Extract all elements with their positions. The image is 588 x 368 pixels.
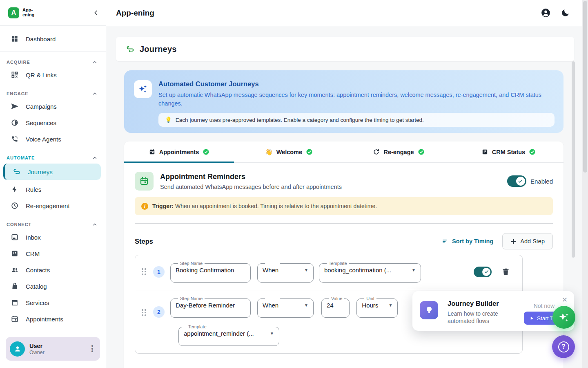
sidebar-header: A App- ening bbox=[0, 0, 106, 26]
journey-tabs: Appointments 👋 Welcome Re-engage CRM Sta… bbox=[124, 141, 564, 163]
sidebar-item-dashboard[interactable]: Dashboard bbox=[0, 31, 106, 47]
sidebar-item-label: Services bbox=[26, 299, 49, 306]
field-label: Step Name bbox=[178, 296, 205, 301]
inbox-icon bbox=[11, 233, 19, 241]
template-select[interactable]: appointment_reminder (... ▼ bbox=[184, 329, 274, 337]
sidebar-item-sequences[interactable]: Sequences bbox=[0, 114, 106, 131]
sidebar-item-inbox[interactable]: Inbox bbox=[0, 229, 106, 245]
person-icon bbox=[13, 344, 22, 353]
toggle-thumb bbox=[516, 177, 525, 186]
field-label: Template bbox=[186, 324, 209, 329]
sidebar-item-contacts[interactable]: Contacts bbox=[0, 262, 106, 278]
tab-label: Appointments bbox=[159, 149, 199, 155]
step-row-1: 1 Step Name When ▼ bbox=[135, 255, 522, 290]
step-name-input[interactable] bbox=[176, 266, 245, 274]
sidebar-item-re-engagement[interactable]: Re-engagement bbox=[0, 197, 106, 214]
user-menu-button[interactable]: ••• bbox=[89, 345, 96, 353]
tab-crm-status[interactable]: CRM Status bbox=[454, 141, 564, 162]
when-field: When ▼ bbox=[257, 296, 314, 318]
check-circle-icon bbox=[306, 148, 313, 155]
select-value: When bbox=[263, 302, 278, 309]
template-select[interactable]: booking_confirmation (... ▼ bbox=[324, 266, 416, 274]
sidebar-item-campaigns[interactable]: Campaigns bbox=[0, 98, 106, 114]
phone-icon bbox=[11, 135, 19, 143]
sidebar-section-engage[interactable]: ENGAGE bbox=[0, 89, 106, 98]
template-field: Template appointment_reminder (... ▼ bbox=[178, 324, 279, 346]
check-icon bbox=[484, 269, 489, 274]
sidebar-item-catalog[interactable]: Catalog bbox=[0, 278, 106, 294]
page-scrollbar[interactable] bbox=[582, 0, 588, 368]
close-icon[interactable]: ✕ bbox=[562, 296, 568, 303]
moon-icon bbox=[561, 8, 570, 18]
section-label: ENGAGE bbox=[7, 91, 29, 96]
contrast-circle-icon bbox=[11, 119, 19, 127]
step-toggle[interactable] bbox=[474, 267, 492, 277]
tab-appointments[interactable]: Appointments bbox=[124, 141, 234, 162]
chevron-up-icon bbox=[92, 91, 98, 96]
tab-welcome[interactable]: 👋 Welcome bbox=[234, 141, 344, 162]
section-label: AUTOMATE bbox=[7, 155, 35, 160]
scrollbar-thumb[interactable] bbox=[583, 1, 587, 173]
brand-initial: A bbox=[11, 9, 16, 16]
help-fab[interactable]: ? bbox=[552, 335, 575, 358]
when-select[interactable]: When ▼ bbox=[263, 301, 308, 309]
chevron-up-icon bbox=[92, 155, 98, 161]
value-field: Value bbox=[321, 296, 350, 318]
add-step-button[interactable]: Add Step bbox=[502, 233, 553, 249]
section-label: ACQUIRE bbox=[7, 60, 30, 65]
trigger-banner: i Trigger: When an appointment is booked… bbox=[135, 197, 553, 215]
sidebar-section-automate[interactable]: AUTOMATE bbox=[0, 153, 106, 162]
field-label: Step Name bbox=[178, 261, 205, 266]
account-button[interactable] bbox=[541, 8, 551, 18]
when-select[interactable]: When ▼ bbox=[263, 266, 308, 274]
caret-down-icon: ▼ bbox=[304, 303, 308, 307]
toggle-thumb bbox=[482, 268, 490, 276]
storefront-icon bbox=[11, 298, 19, 307]
chevron-up-icon bbox=[92, 222, 98, 227]
trash-icon[interactable] bbox=[501, 267, 510, 276]
tab-re-engage[interactable]: Re-engage bbox=[344, 141, 454, 162]
unit-select[interactable]: Hours ▼ bbox=[362, 301, 392, 309]
ai-assistant-fab[interactable] bbox=[552, 306, 575, 329]
sidebar-item-voice-agents[interactable]: Voice Agents bbox=[0, 131, 106, 147]
sidebar-item-label: Voice Agents bbox=[26, 136, 61, 143]
toast-dismiss-button[interactable]: Not now bbox=[534, 303, 555, 309]
caret-down-icon: ▼ bbox=[412, 268, 416, 272]
sidebar-item-services[interactable]: Services bbox=[0, 294, 106, 311]
sidebar-section-acquire[interactable]: ACQUIRE bbox=[0, 58, 106, 67]
sidebar-section-connect[interactable]: CONNECT bbox=[0, 220, 106, 229]
trigger-label: Trigger: bbox=[152, 203, 174, 209]
send-icon bbox=[11, 102, 19, 110]
sidebar-item-rules[interactable]: Rules bbox=[0, 181, 106, 197]
brand-logo: A bbox=[8, 7, 19, 18]
select-value: appointment_reminder (... bbox=[184, 330, 254, 337]
drag-handle-icon[interactable] bbox=[142, 309, 147, 316]
qr-code-icon bbox=[11, 71, 19, 79]
dark-mode-toggle[interactable] bbox=[561, 8, 570, 18]
user-name: User bbox=[29, 343, 45, 349]
sort-by-timing-button[interactable]: Sort by Timing bbox=[442, 238, 493, 245]
enabled-toggle[interactable] bbox=[507, 175, 526, 187]
calendar-icon bbox=[11, 315, 19, 323]
lightbulb-badge bbox=[420, 301, 438, 319]
banner-title: Automated Customer Journeys bbox=[158, 80, 555, 88]
page-header: Journeys bbox=[116, 37, 574, 61]
sidebar-item-journeys[interactable]: Journeys bbox=[3, 164, 101, 180]
account-circle-icon bbox=[541, 8, 551, 18]
sidebar-item-appointments[interactable]: Appointments bbox=[0, 311, 106, 327]
sidebar-item-qr-links[interactable]: QR & Links bbox=[0, 67, 106, 83]
section-label: CONNECT bbox=[7, 222, 31, 227]
tab-label: CRM Status bbox=[492, 149, 525, 155]
step-name-input[interactable] bbox=[176, 301, 245, 309]
user-meta: User Owner bbox=[29, 343, 45, 355]
value-input[interactable] bbox=[327, 301, 344, 309]
check-circle-icon bbox=[529, 148, 536, 155]
drag-handle-icon[interactable] bbox=[142, 268, 147, 275]
content-scrollbar[interactable] bbox=[572, 61, 575, 258]
caret-down-icon: ▼ bbox=[270, 331, 274, 336]
caret-down-icon: ▼ bbox=[388, 303, 392, 307]
sidebar-item-crm[interactable]: CRM bbox=[0, 245, 106, 262]
user-card[interactable]: User Owner ••• bbox=[6, 337, 100, 361]
sidebar-collapse-button[interactable] bbox=[93, 9, 99, 16]
sort-label: Sort by Timing bbox=[452, 238, 493, 245]
